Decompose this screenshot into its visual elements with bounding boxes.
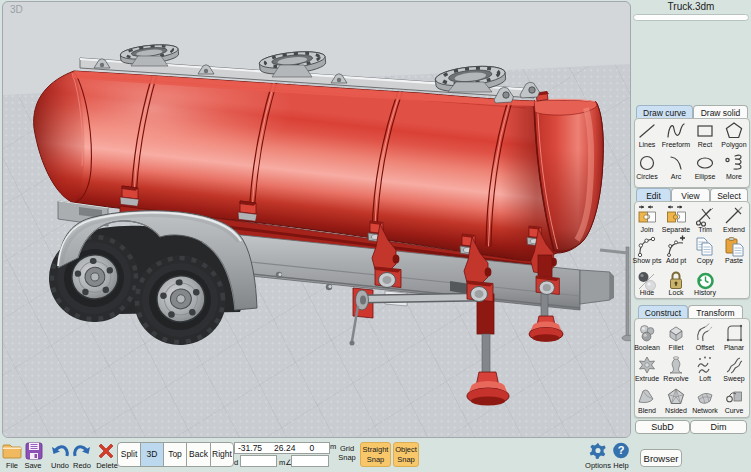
svg-text:?: ?	[618, 444, 625, 456]
